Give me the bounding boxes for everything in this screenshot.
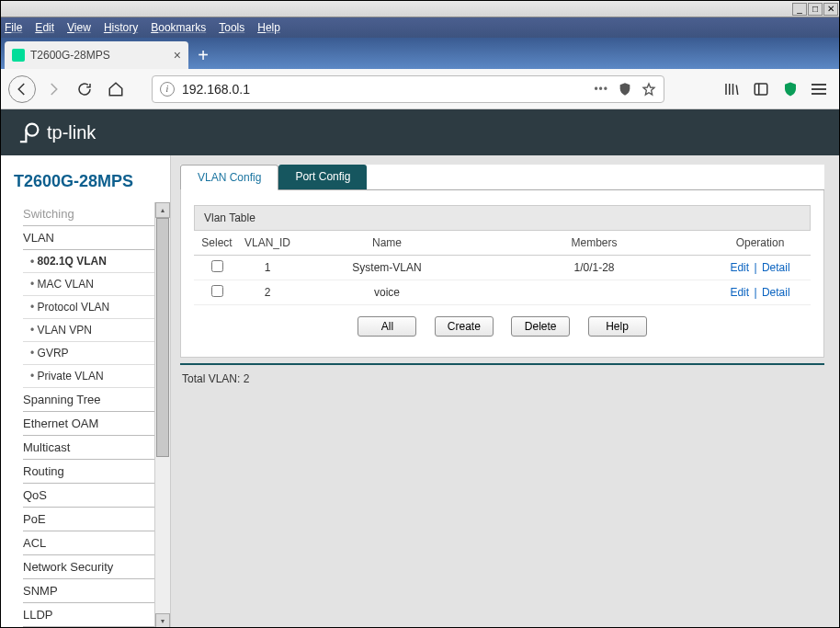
sidebar-item-qos[interactable]: QoS <box>23 484 161 508</box>
sidebar-item-snmp[interactable]: SNMP <box>23 579 161 603</box>
sidebar-item-vlan-vpn[interactable]: VLAN VPN <box>23 319 161 342</box>
edit-link[interactable]: Edit <box>730 261 749 274</box>
sidebar-item-routing[interactable]: Routing <box>23 460 161 484</box>
cell-vlan-id: 1 <box>240 256 295 280</box>
sidebar-scroll: Switching VLAN 802.1Q VLAN MAC VLAN Prot… <box>1 202 170 628</box>
sidebar-icon[interactable] <box>753 81 769 97</box>
home-icon <box>108 81 124 97</box>
row-checkbox[interactable] <box>211 260 223 272</box>
col-name: Name <box>295 231 479 256</box>
sidebar-list: Switching VLAN 802.1Q VLAN MAC VLAN Prot… <box>5 202 170 628</box>
help-button[interactable]: Help <box>588 316 647 337</box>
page-actions-icon[interactable]: ••• <box>594 83 608 96</box>
shield-icon[interactable] <box>618 82 632 97</box>
col-select: Select <box>194 231 240 256</box>
sidebar-scrollbar[interactable]: ▴ ▾ <box>154 202 170 628</box>
svg-point-1 <box>26 124 38 136</box>
sidebar-item-protocol-vlan[interactable]: Protocol VLAN <box>23 296 161 319</box>
menu-tools[interactable]: Tools <box>219 21 244 34</box>
menu-history[interactable]: History <box>104 21 138 34</box>
url-actions: ••• <box>594 82 656 97</box>
menu-view[interactable]: View <box>67 21 91 34</box>
create-button[interactable]: Create <box>435 316 494 337</box>
vlan-table: Select VLAN_ID Name Members Operation 1 … <box>194 231 811 305</box>
table-row: 1 System-VLAN 1/0/1-28 Edit | Detail <box>194 256 811 280</box>
browser-menu-bar: File Edit View History Bookmarks Tools H… <box>1 17 839 38</box>
sidebar-item-poe[interactable]: PoE <box>23 508 161 531</box>
sidebar-item-private-vlan[interactable]: Private VLAN <box>23 365 161 388</box>
url-toolbar: i 192.168.0.1 ••• <box>1 69 839 109</box>
menu-file[interactable]: File <box>5 21 22 34</box>
site-info-icon[interactable]: i <box>160 82 175 97</box>
toolbar-right <box>723 81 826 97</box>
star-icon[interactable] <box>641 82 656 97</box>
cell-vlan-id: 2 <box>240 280 295 305</box>
total-vlan-label: Total VLAN: 2 <box>180 365 824 393</box>
menu-edit[interactable]: Edit <box>35 21 54 34</box>
sidebar-item-acl[interactable]: ACL <box>23 531 161 555</box>
router-body: T2600G-28MPS Switching VLAN 802.1Q VLAN … <box>1 155 839 628</box>
svg-rect-0 <box>755 84 767 95</box>
main-content: VLAN Config Port Config Vlan Table Selec… <box>171 155 839 628</box>
table-row: 2 voice Edit | Detail <box>194 280 811 305</box>
menu-bookmarks[interactable]: Bookmarks <box>151 21 206 34</box>
sidebar-item-8021q-vlan[interactable]: 802.1Q VLAN <box>23 250 161 273</box>
reload-button[interactable] <box>71 75 98 103</box>
tab-close-icon[interactable]: × <box>174 48 181 63</box>
detail-link[interactable]: Detail <box>762 261 790 274</box>
sidebar-item-vlan[interactable]: VLAN <box>23 226 161 250</box>
browser-tab[interactable]: T2600G-28MPS × <box>5 41 188 69</box>
sidebar-item-network-security[interactable]: Network Security <box>23 555 161 579</box>
router-header: tp-link <box>1 109 839 155</box>
minimize-button[interactable]: _ <box>792 3 807 16</box>
sidebar-item-switching[interactable]: Switching <box>23 202 161 226</box>
arrow-right-icon <box>45 81 62 97</box>
sidebar-item-mac-vlan[interactable]: MAC VLAN <box>23 273 161 296</box>
content-tabs: VLAN Config Port Config <box>180 165 824 190</box>
scroll-up-icon[interactable]: ▴ <box>155 202 170 218</box>
sidebar-item-spanning-tree[interactable]: Spanning Tree <box>23 388 161 412</box>
arrow-left-icon <box>14 81 30 97</box>
maximize-button[interactable]: □ <box>808 3 823 16</box>
close-window-button[interactable]: ✕ <box>823 3 838 16</box>
cell-name: System-VLAN <box>295 256 479 280</box>
tab-vlan-config[interactable]: VLAN Config <box>180 165 278 190</box>
sidebar-item-ethernet-oam[interactable]: Ethernet OAM <box>23 412 161 436</box>
tab-favicon-icon <box>12 49 25 62</box>
all-button[interactable]: All <box>358 316 416 337</box>
row-checkbox[interactable] <box>211 285 223 297</box>
library-icon[interactable] <box>723 81 740 97</box>
back-button[interactable] <box>8 75 36 103</box>
browser-tab-strip: T2600G-28MPS × + <box>1 38 839 69</box>
vlan-panel: Vlan Table Select VLAN_ID Name Members O… <box>180 190 824 358</box>
tplink-logo-icon <box>17 120 41 144</box>
window-controls: _ □ ✕ <box>1 1 839 17</box>
url-text: 192.168.0.1 <box>182 82 586 97</box>
col-members: Members <box>479 231 709 256</box>
edit-link[interactable]: Edit <box>730 286 749 299</box>
security-shield-icon[interactable] <box>782 81 799 97</box>
new-tab-button[interactable]: + <box>188 41 218 69</box>
op-separator: | <box>751 286 760 299</box>
scroll-down-icon[interactable]: ▾ <box>155 613 170 628</box>
brand-text: tp-link <box>47 122 96 143</box>
cell-members: 1/0/1-28 <box>479 256 709 280</box>
cell-name: voice <box>295 280 479 305</box>
panel-title: Vlan Table <box>194 205 811 231</box>
forward-button[interactable] <box>40 75 67 103</box>
action-buttons: All Create Delete Help <box>194 305 811 342</box>
menu-help[interactable]: Help <box>257 21 280 34</box>
col-operation: Operation <box>709 231 811 256</box>
url-field[interactable]: i 192.168.0.1 ••• <box>152 75 664 103</box>
home-button[interactable] <box>102 75 130 103</box>
sidebar-item-multicast[interactable]: Multicast <box>23 436 161 460</box>
tab-port-config[interactable]: Port Config <box>278 165 367 189</box>
sidebar-item-gvrp[interactable]: GVRP <box>23 342 161 365</box>
brand-logo: tp-link <box>17 120 96 144</box>
model-name: T2600G-28MPS <box>1 155 170 202</box>
delete-button[interactable]: Delete <box>511 316 570 337</box>
scroll-thumb[interactable] <box>156 218 169 457</box>
detail-link[interactable]: Detail <box>762 286 790 299</box>
sidebar-item-lldp[interactable]: LLDP <box>23 603 161 627</box>
app-menu-button[interactable] <box>812 84 826 95</box>
